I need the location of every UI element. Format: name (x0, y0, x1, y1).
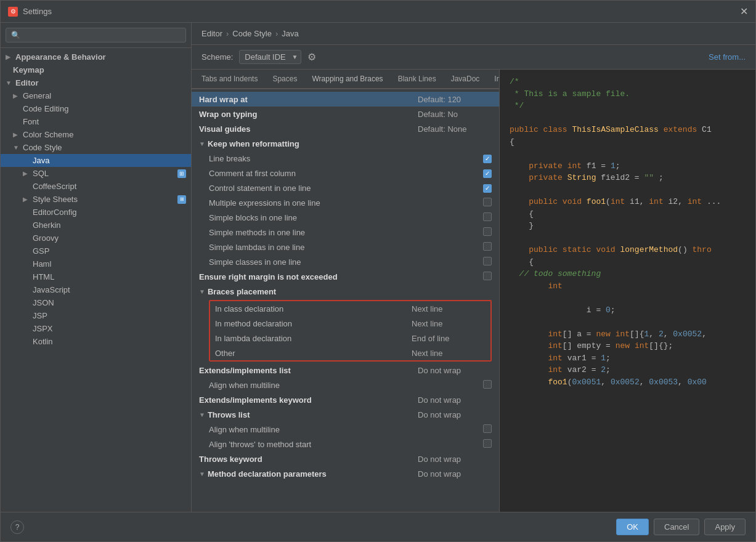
apply-button[interactable]: Apply (704, 519, 746, 535)
settings-scroll: Hard wrap at Default: 120 Wrap on typing… (192, 89, 499, 512)
multiple-expressions-checkbox[interactable] (483, 198, 492, 208)
section-throws-list[interactable]: ▼ Throws list Do not wrap (192, 407, 499, 422)
sidebar-item-json[interactable]: JSON (1, 296, 191, 309)
section-title-keep: Keep when reformatting (208, 139, 299, 148)
sidebar-item-jsp[interactable]: JSP (1, 309, 191, 322)
control-statement-label: Control statement in one line (209, 184, 483, 193)
code-line-blank2 (510, 148, 746, 160)
sidebar-item-gherkin[interactable]: Gherkin (1, 219, 191, 232)
search-input[interactable] (6, 28, 186, 42)
section-braces[interactable]: ▼ Braces placement (192, 284, 499, 299)
sidebar-item-html[interactable]: HTML (1, 270, 191, 283)
multiple-expressions-label: Multiple expressions in one line (209, 198, 483, 208)
control-statement-checkbox[interactable]: ✓ (483, 183, 492, 193)
settings-dialog: ⚙ Settings ✕ ▶ Appearance & Behavior Key… (0, 0, 756, 542)
align-multiline-checkbox[interactable] (483, 380, 492, 390)
comment-first-col-checkbox[interactable]: ✓ (483, 168, 492, 178)
throws-list-value: Do not wrap (418, 410, 492, 419)
expand-arrow-code-style: ▼ (13, 144, 20, 151)
tab-javadoc[interactable]: JavaDoc (444, 70, 487, 89)
simple-blocks-checkbox[interactable] (483, 212, 492, 223)
in-lambda-decl-value: End of line (412, 334, 486, 343)
comment-first-col-label: Comment at first column (209, 169, 483, 178)
dialog-footer: ? OK Cancel Apply (1, 512, 755, 541)
sidebar-item-editor[interactable]: ▼ Editor (1, 76, 191, 89)
setting-throws-align-multiline: Align when multiline (192, 422, 499, 437)
in-lambda-decl-label: In lambda declaration (215, 334, 412, 343)
braces-row-method-decl[interactable]: In method declaration Next line (210, 316, 490, 331)
sidebar-tree: ▶ Appearance & Behavior Keymap ▼ Editor … (1, 48, 191, 512)
sidebar-item-coffeescript[interactable]: CoffeeScript (1, 180, 191, 193)
app-icon: ⚙ (8, 7, 18, 17)
sidebar-item-code-style[interactable]: ▼ Code Style (1, 141, 191, 154)
section-arrow-keep: ▼ (199, 140, 205, 147)
ok-button[interactable]: OK (616, 519, 649, 535)
sidebar-item-editorconfig[interactable]: EditorConfig (1, 206, 191, 219)
sidebar-item-style-sheets[interactable]: ▶ Style Sheets ⊞ (1, 193, 191, 206)
sidebar-item-appearance[interactable]: ▶ Appearance & Behavior (1, 51, 191, 63)
setting-hard-wrap: Hard wrap at Default: 120 (192, 92, 499, 107)
code-line-blank5 (510, 292, 746, 304)
throws-align-multiline-checkbox[interactable] (483, 424, 492, 435)
code-line-15: i = 0; (510, 304, 746, 317)
setting-comment-first-col: Comment at first column ✓ (192, 166, 499, 180)
code-line-18: int var1 = 1; (510, 352, 746, 365)
section-method-params[interactable]: ▼ Method declaration parameters Do not w… (192, 466, 499, 481)
expand-arrow-editor: ▼ (6, 79, 13, 86)
simple-methods-checkbox[interactable] (483, 227, 492, 238)
line-breaks-checkbox[interactable]: ✓ (483, 153, 492, 163)
ensure-margin-checkbox[interactable] (483, 272, 492, 282)
setting-throws-align-to-start: Align 'throws' to method start (192, 437, 499, 451)
sidebar-item-java[interactable]: Java (1, 154, 191, 167)
extends-list-value: Do not wrap (418, 366, 492, 375)
setting-simple-lambdas: Simple lambdas in one line (192, 240, 499, 254)
expand-arrow-style-sheets: ▶ (23, 196, 30, 203)
cancel-button[interactable]: Cancel (654, 519, 699, 535)
braces-row-other[interactable]: Other Next line (210, 346, 490, 360)
sidebar-item-font[interactable]: Font (1, 115, 191, 128)
sidebar-item-haml[interactable]: Haml (1, 257, 191, 270)
throws-align-to-start-checkbox[interactable] (483, 439, 492, 450)
sidebar-item-code-editing[interactable]: Code Editing (1, 102, 191, 115)
tab-tabs-indents[interactable]: Tabs and Indents (194, 70, 265, 89)
simple-lambdas-checkbox[interactable] (483, 242, 492, 253)
section-title-braces: Braces placement (208, 287, 276, 296)
help-button[interactable]: ? (10, 520, 24, 534)
tab-blank-lines[interactable]: Blank Lines (391, 70, 444, 89)
breadcrumb-code-style: Code Style (232, 29, 272, 38)
scheme-select[interactable]: Default IDE (239, 50, 301, 64)
tab-spaces[interactable]: Spaces (265, 70, 304, 89)
sidebar-item-color-scheme[interactable]: ▶ Color Scheme (1, 128, 191, 141)
tab-imports[interactable]: Imports (487, 70, 499, 89)
sidebar-item-javascript[interactable]: JavaScript (1, 283, 191, 296)
sidebar-item-sql[interactable]: ▶ SQL ⊞ (1, 167, 191, 180)
setting-multiple-expressions: Multiple expressions in one line (192, 195, 499, 210)
setting-line-breaks: Line breaks ✓ (192, 151, 499, 166)
title-bar-left: ⚙ Settings (8, 7, 52, 17)
sidebar-item-general[interactable]: ▶ General (1, 89, 191, 102)
section-keep-reformatting[interactable]: ▼ Keep when reformatting (192, 136, 499, 151)
setting-simple-blocks: Simple blocks in one line (192, 210, 499, 225)
simple-classes-checkbox[interactable] (483, 257, 492, 267)
sidebar-item-keymap[interactable]: Keymap (1, 63, 191, 76)
sidebar-item-kotlin[interactable]: Kotlin (1, 335, 191, 348)
sidebar-item-groovy[interactable]: Groovy (1, 232, 191, 245)
wrap-typing-label: Wrap on typing (199, 110, 418, 119)
close-button[interactable]: ✕ (740, 6, 748, 17)
code-line-8: public void foo1(int i1, int i2, int ... (510, 196, 746, 208)
tab-wrapping[interactable]: Wrapping and Braces (304, 70, 390, 89)
content-area: Tabs and Indents Spaces Wrapping and Bra… (192, 70, 755, 512)
scheme-label: Scheme: (201, 52, 233, 62)
scheme-row: Scheme: Default IDE ▼ ⚙ Set from... (192, 45, 755, 70)
code-line-12: { (510, 256, 746, 269)
checkbox-unchecked-icon8 (483, 424, 492, 433)
braces-row-lambda-decl[interactable]: In lambda declaration End of line (210, 331, 490, 346)
set-from-link[interactable]: Set from... (709, 52, 746, 62)
braces-row-class-decl[interactable]: In class declaration Next line (210, 301, 490, 316)
checkbox-unchecked-icon3 (483, 227, 492, 236)
sidebar-item-gsp[interactable]: GSP (1, 245, 191, 257)
sidebar-item-jspx[interactable]: JSPX (1, 322, 191, 335)
scheme-gear-button[interactable]: ⚙ (307, 51, 316, 63)
code-line-19: int var2 = 2; (510, 364, 746, 376)
in-class-decl-label: In class declaration (215, 304, 412, 313)
